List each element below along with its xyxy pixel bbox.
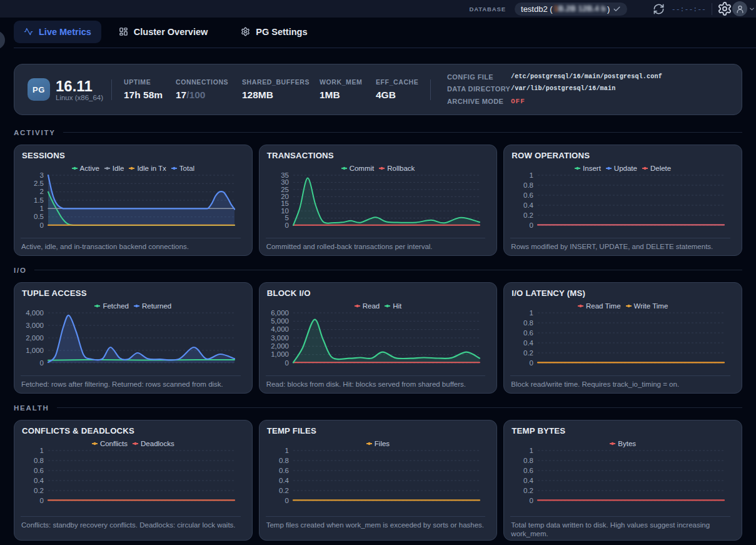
svg-text:1,000: 1,000: [26, 347, 44, 354]
svg-text:0.8: 0.8: [523, 319, 533, 327]
svg-text:0.8: 0.8: [523, 181, 533, 189]
svg-text:0: 0: [530, 222, 533, 229]
svg-text:5: 5: [285, 214, 288, 222]
svg-text:0: 0: [530, 497, 533, 504]
svg-text:2.5: 2.5: [34, 180, 44, 187]
svg-text:3,000: 3,000: [26, 322, 44, 329]
svg-text:1: 1: [285, 447, 288, 454]
svg-text:0: 0: [285, 497, 288, 504]
svg-text:15: 15: [281, 200, 289, 207]
svg-text:2: 2: [40, 188, 44, 195]
svg-text:1: 1: [530, 172, 533, 179]
svg-text:5,000: 5,000: [271, 317, 289, 325]
svg-text:1: 1: [40, 205, 44, 212]
svg-text:0.8: 0.8: [523, 457, 533, 464]
svg-text:0: 0: [40, 497, 44, 504]
svg-text:30: 30: [281, 178, 289, 186]
svg-text:0: 0: [530, 359, 533, 367]
svg-text:6,000: 6,000: [271, 310, 289, 317]
svg-text:0.4: 0.4: [279, 477, 290, 484]
svg-text:2,000: 2,000: [271, 342, 289, 350]
svg-text:0.6: 0.6: [34, 467, 44, 474]
svg-text:20: 20: [281, 193, 289, 200]
svg-text:1.5: 1.5: [34, 196, 44, 204]
svg-text:0.4: 0.4: [523, 339, 534, 347]
svg-text:0.4: 0.4: [34, 477, 44, 484]
svg-text:0.4: 0.4: [523, 201, 534, 209]
svg-text:1,000: 1,000: [271, 350, 289, 358]
svg-text:0.4: 0.4: [523, 477, 534, 484]
svg-text:25: 25: [281, 186, 289, 193]
svg-text:0.2: 0.2: [523, 211, 533, 219]
svg-text:35: 35: [281, 172, 289, 179]
svg-text:0.6: 0.6: [523, 329, 533, 337]
svg-text:1: 1: [530, 310, 533, 317]
svg-text:0: 0: [40, 359, 44, 367]
svg-text:0.8: 0.8: [34, 457, 44, 464]
svg-text:0: 0: [40, 222, 44, 229]
svg-text:2,000: 2,000: [26, 334, 44, 342]
svg-text:3,000: 3,000: [271, 334, 289, 342]
svg-text:1: 1: [40, 447, 44, 454]
svg-text:0: 0: [285, 359, 288, 367]
svg-text:0.2: 0.2: [523, 487, 533, 494]
svg-text:4,000: 4,000: [271, 325, 289, 333]
svg-text:3: 3: [40, 172, 44, 179]
svg-text:0: 0: [285, 222, 288, 229]
svg-text:0.2: 0.2: [34, 487, 44, 494]
svg-text:0.5: 0.5: [34, 213, 44, 220]
svg-text:0.2: 0.2: [523, 349, 533, 357]
svg-text:0.6: 0.6: [523, 191, 533, 199]
svg-text:0.8: 0.8: [279, 457, 289, 464]
svg-text:1: 1: [530, 447, 533, 454]
svg-text:4,000: 4,000: [26, 310, 44, 317]
svg-text:0.6: 0.6: [523, 467, 533, 474]
svg-text:0.2: 0.2: [279, 487, 289, 494]
svg-text:10: 10: [281, 207, 289, 215]
svg-text:0.6: 0.6: [279, 467, 289, 474]
